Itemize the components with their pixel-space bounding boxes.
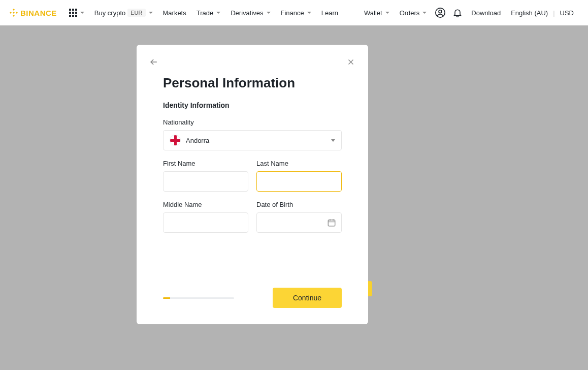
nationality-value: Andorra [186,137,326,144]
nav-trade[interactable]: Trade [191,0,225,25]
nav-finance[interactable]: Finance [276,0,316,25]
close-icon [346,57,355,67]
logo[interactable]: BINANCE [9,8,57,17]
apps-menu[interactable] [64,0,89,25]
nav-derivatives[interactable]: Derivatives [225,0,275,25]
chevron-down-icon [216,12,220,14]
first-name-input[interactable] [163,171,248,192]
last-name-label: Last Name [256,160,342,167]
grid-icon [69,9,77,17]
eur-badge: EUR [127,9,145,17]
svg-rect-2 [13,12,15,14]
chevron-down-icon [80,12,84,14]
account-icon[interactable] [435,7,446,18]
flag-icon [170,135,181,146]
nav-label: USD [560,9,574,17]
arrow-left-icon [149,57,159,67]
nav-label: Learn [321,9,338,17]
svg-rect-1 [10,12,12,14]
svg-point-6 [439,10,442,13]
calendar-icon [327,218,336,227]
caret-down-icon [331,139,335,142]
svg-rect-4 [13,15,15,17]
svg-rect-7 [328,220,335,226]
svg-rect-0 [13,9,15,11]
nav-label: Trade [197,9,213,17]
nav-label: Orders [400,9,420,17]
nav-markets[interactable]: Markets [158,0,191,25]
section-title: Identity Information [163,101,342,109]
nav-orders[interactable]: Orders [395,0,432,25]
continue-button[interactable]: Continue [273,288,342,308]
middle-name-input[interactable] [163,212,248,233]
chevron-down-icon [149,12,153,14]
nav-wallet[interactable]: Wallet [359,0,395,25]
nav-currency[interactable]: USD [558,0,579,25]
middle-name-label: Middle Name [163,201,248,208]
nav-download[interactable]: Download [466,0,506,25]
personal-info-modal: Personal Information Identity Informatio… [137,45,368,324]
binance-logo-icon [9,8,18,17]
dob-label: Date of Birth [256,201,342,208]
nav-learn[interactable]: Learn [316,0,343,25]
chevron-down-icon [422,12,427,14]
background-element [368,281,372,296]
notifications-icon[interactable] [452,7,463,18]
logo-text: BINANCE [20,9,57,17]
first-name-label: First Name [163,160,248,167]
nav-label: Buy crypto [94,9,125,17]
nav-language[interactable]: English (AU) [506,0,550,25]
nationality-label: Nationality [163,118,342,126]
nav-label: Download [471,9,501,17]
nav-label: Markets [163,9,186,17]
chevron-down-icon [385,12,389,14]
divider: | [550,9,558,17]
nav-label: Wallet [364,9,382,17]
chevron-down-icon [267,12,271,14]
close-button[interactable] [345,56,357,68]
progress-bar [163,297,234,299]
nav-label: Finance [281,9,304,17]
chevron-down-icon [307,12,311,14]
nationality-select[interactable]: Andorra [163,130,342,150]
nav-label: Derivatives [231,9,263,17]
progress-fill [163,297,170,299]
dob-input[interactable] [256,212,342,233]
nav-buy-crypto[interactable]: Buy crypto EUR [89,0,158,25]
back-button[interactable] [148,56,160,68]
modal-title: Personal Information [163,75,342,91]
top-nav: BINANCE Buy crypto EUR Markets Trade Der… [0,0,588,25]
last-name-input[interactable] [256,171,342,192]
svg-rect-3 [16,12,18,14]
nav-label: English (AU) [511,9,548,17]
